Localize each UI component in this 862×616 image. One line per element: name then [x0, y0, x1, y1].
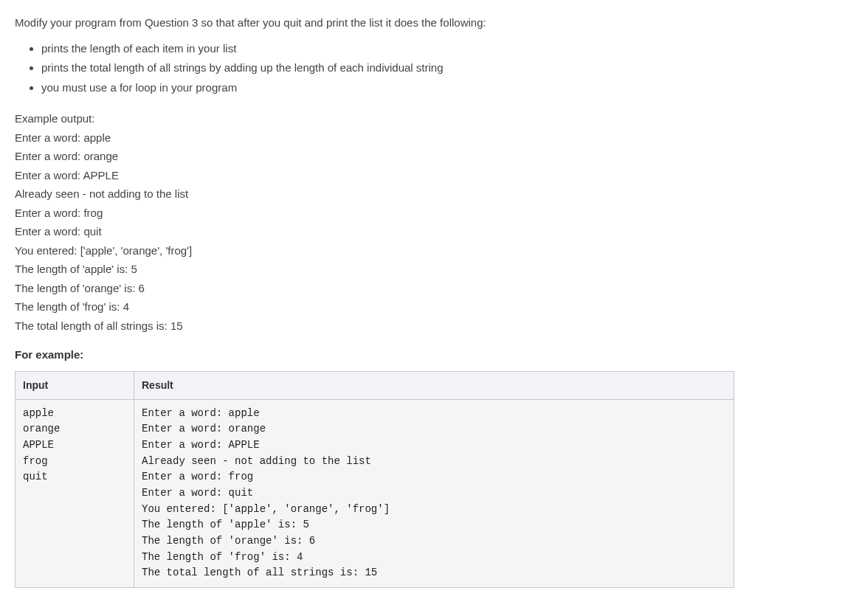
example-output-line: Already seen - not adding to the list: [15, 184, 847, 204]
example-output-line: The total length of all strings is: 15: [15, 316, 847, 336]
example-table: Input Result apple orange APPLE frog qui…: [15, 371, 734, 589]
table-header-result: Result: [134, 371, 734, 399]
list-item: prints the total length of all strings b…: [41, 60, 847, 77]
example-output-line: Enter a word: APPLE: [15, 166, 847, 185]
example-output-line: Enter a word: apple: [15, 128, 847, 148]
table-cell-input: apple orange APPLE frog quit: [15, 399, 134, 588]
example-output-line: You entered: ['apple', 'orange', 'frog']: [15, 241, 847, 260]
intro-text: Modify your program from Question 3 so t…: [15, 15, 847, 32]
for-example-heading: For example:: [15, 347, 847, 364]
example-output-line: The length of 'orange' is: 6: [15, 279, 847, 298]
list-item: you must use a for loop in your program: [41, 80, 847, 97]
example-output-line: Enter a word: quit: [15, 222, 847, 241]
example-output-line: Enter a word: frog: [15, 204, 847, 223]
example-output-line: The length of 'apple' is: 5: [15, 260, 847, 279]
requirements-list: prints the length of each item in your l…: [15, 41, 847, 97]
table-header-input: Input: [15, 371, 134, 399]
example-output-line: Enter a word: orange: [15, 147, 847, 166]
example-output-line: The length of 'frog' is: 4: [15, 297, 847, 316]
list-item: prints the length of each item in your l…: [41, 41, 847, 58]
example-output-label: Example output:: [15, 109, 847, 128]
table-cell-result: Enter a word: apple Enter a word: orange…: [134, 399, 734, 588]
table-row: apple orange APPLE frog quit Enter a wor…: [15, 399, 734, 588]
example-output-block: Example output: Enter a word: apple Ente…: [15, 109, 847, 335]
